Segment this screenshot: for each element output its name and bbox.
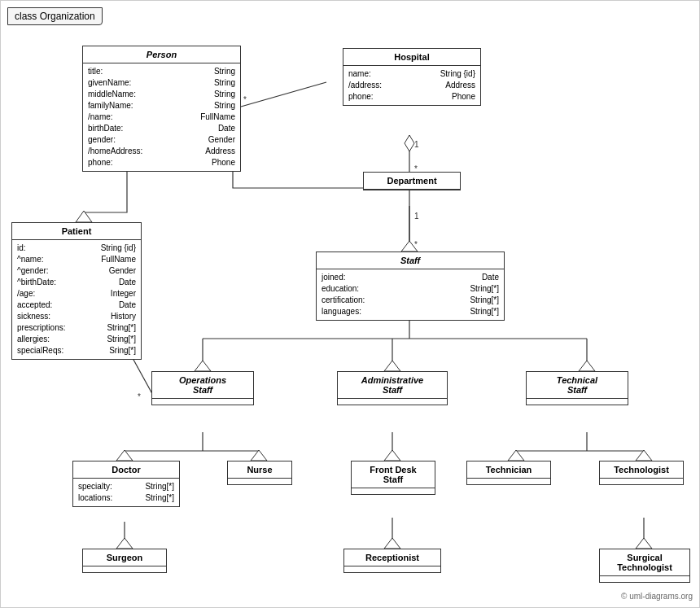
nurse-class: Nurse	[227, 461, 292, 485]
svg-marker-21	[384, 361, 400, 371]
receptionist-class-name: Receptionist	[344, 549, 440, 566]
svg-marker-14	[401, 241, 418, 252]
svg-text:1: 1	[414, 212, 419, 221]
svg-text:1: 1	[414, 140, 419, 149]
svg-marker-35	[508, 450, 524, 461]
svg-text:*: *	[414, 240, 418, 249]
technologist-class: Technologist	[599, 461, 684, 485]
svg-marker-22	[579, 361, 595, 371]
svg-marker-36	[636, 450, 652, 461]
receptionist-class: Receptionist	[343, 549, 441, 573]
nurse-class-name: Nurse	[228, 461, 291, 479]
surgical-tech-class: Surgical Technologist	[599, 549, 690, 583]
svg-marker-20	[195, 361, 211, 371]
technician-class-name: Technician	[467, 461, 550, 479]
front-desk-class-name: Front Desk Staff	[352, 461, 435, 488]
person-class-attrs: title:String givenName:String middleName…	[83, 63, 240, 171]
hospital-class: Hospital name:String {id} /address:Addre…	[343, 48, 481, 106]
svg-marker-42	[636, 538, 652, 549]
svg-marker-27	[116, 450, 133, 461]
ops-staff-class-name: Operations Staff	[152, 372, 253, 399]
technologist-class-name: Technologist	[600, 461, 683, 479]
diagram-container: class Organization	[0, 0, 700, 608]
staff-class-attrs: joined:Date education:String[*] certific…	[317, 269, 504, 320]
surgeon-class-name: Surgeon	[83, 549, 166, 566]
surgeon-class: Surgeon	[82, 549, 167, 573]
technician-class: Technician	[466, 461, 551, 485]
hospital-class-name: Hospital	[343, 49, 480, 66]
department-class: Department	[363, 172, 461, 190]
svg-marker-13	[76, 211, 92, 222]
front-desk-class: Front Desk Staff	[351, 461, 435, 495]
svg-line-4	[241, 82, 326, 107]
ops-staff-class: Operations Staff	[151, 371, 254, 405]
surgical-tech-class-name: Surgical Technologist	[600, 549, 689, 576]
patient-class-name: Patient	[12, 223, 141, 240]
staff-class-name: Staff	[317, 252, 504, 269]
doctor-class-name: Doctor	[73, 461, 179, 479]
watermark: © uml-diagrams.org	[621, 592, 693, 601]
admin-staff-class: Administrative Staff	[337, 371, 448, 405]
patient-class: Patient id:String {id} ^name:FullName ^g…	[11, 222, 142, 360]
svg-text:*: *	[243, 95, 247, 104]
person-class-name: Person	[83, 46, 240, 63]
doctor-class: Doctor specialty:String[*] locations:Str…	[72, 461, 180, 507]
doctor-class-attrs: specialty:String[*] locations:String[*]	[73, 479, 179, 506]
svg-marker-38	[116, 538, 133, 549]
diagram-title: class Organization	[7, 7, 103, 25]
department-class-name: Department	[364, 173, 460, 190]
tech-staff-class-name: Technical Staff	[527, 372, 628, 399]
svg-marker-7	[405, 135, 414, 151]
svg-marker-30	[384, 450, 400, 461]
svg-text:*: *	[138, 392, 141, 401]
patient-class-attrs: id:String {id} ^name:FullName ^gender:Ge…	[12, 240, 141, 359]
tech-staff-class: Technical Staff	[526, 371, 628, 405]
hospital-class-attrs: name:String {id} /address:Address phone:…	[343, 66, 480, 105]
person-class: Person title:String givenName:String mid…	[82, 46, 241, 172]
svg-marker-28	[251, 450, 267, 461]
svg-marker-40	[384, 538, 400, 549]
admin-staff-class-name: Administrative Staff	[338, 372, 447, 399]
staff-class: Staff joined:Date education:String[*] ce…	[316, 252, 505, 321]
